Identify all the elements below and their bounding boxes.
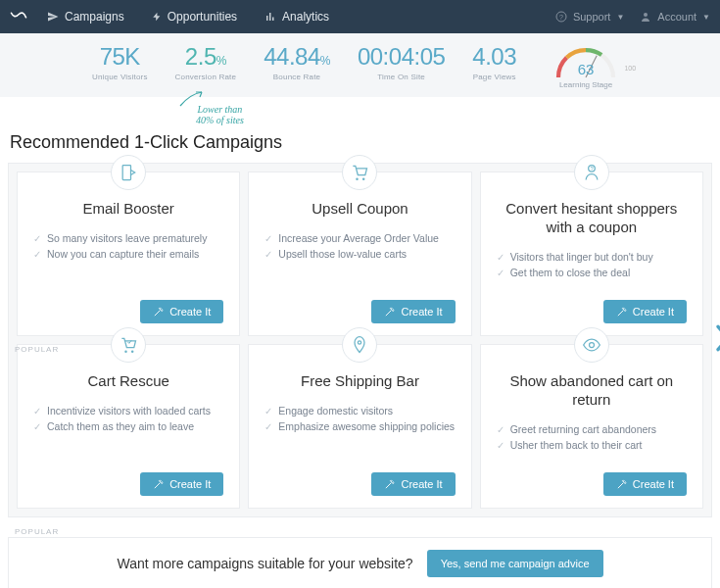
nav-campaigns[interactable]: Campaigns (33, 10, 138, 24)
question-icon: ? (555, 11, 567, 23)
wand-icon (153, 479, 164, 490)
button-label: Create It (633, 306, 674, 318)
card-bullet: Now you can capture their emails (33, 248, 223, 260)
wand-icon (153, 307, 164, 318)
section-title: Recommended 1-Click Campaigns (10, 132, 712, 153)
campaign-carousel: Email BoosterSo many visitors leave prem… (8, 163, 712, 517)
cart-icon (342, 155, 377, 190)
svg-point-5 (357, 177, 360, 180)
metric-label: Time On Site (358, 73, 445, 81)
svg-point-9 (124, 350, 127, 353)
create-it-button[interactable]: Create It (371, 472, 455, 496)
create-it-button[interactable]: Create It (140, 472, 223, 496)
metric-unit: % (320, 54, 330, 68)
card-bullet: Visitors that linger but don't buy (497, 251, 687, 263)
metric-bounce: 44.84% Bounce Rate (264, 43, 330, 89)
wand-icon (384, 307, 395, 318)
campaign-grid: Email BoosterSo many visitors leave prem… (17, 172, 703, 509)
support-menu[interactable]: ? Support ▼ (555, 11, 624, 23)
button-label: Create It (169, 478, 211, 490)
metric-value: 2.5 (185, 43, 216, 70)
button-label: Create It (633, 478, 674, 490)
gauge-value: 63 (544, 61, 628, 77)
wand-icon (616, 307, 627, 318)
card-bullets: So many visitors leave prematurelyNow yo… (33, 232, 223, 264)
card-bullet: Get them to close the deal (497, 267, 687, 278)
cta-button[interactable]: Yes, send me campaign advice (427, 550, 603, 577)
location-pin-icon (342, 327, 377, 363)
metric-label: Unique Visitors (92, 73, 148, 81)
metric-label: Bounce Rate (264, 73, 330, 81)
card-bullet: Greet returning cart abandoners (497, 423, 687, 435)
button-label: Create It (169, 306, 211, 318)
svg-point-10 (131, 350, 134, 353)
chevron-right-icon (713, 323, 720, 353)
metric-value: 4.03 (472, 43, 516, 71)
metric-gauge: 63 100 Learning Stage (544, 43, 628, 89)
eye-icon (574, 327, 609, 363)
svg-point-11 (359, 341, 361, 344)
create-it-button[interactable]: Create It (371, 300, 455, 323)
card-bullet: Catch them as they aim to leave (33, 420, 223, 432)
chevron-down-icon: ▼ (616, 13, 624, 22)
question-user-icon: ? (574, 155, 609, 190)
metric-value: 44.84 (264, 43, 320, 70)
card-bullet: So many visitors leave prematurely (33, 232, 223, 244)
card-title: Free Shipping Bar (264, 372, 455, 391)
button-label: Create It (401, 306, 442, 318)
bar-chart-icon (264, 11, 276, 23)
metric-value: 75K (92, 43, 148, 71)
account-menu[interactable]: Account ▼ (640, 11, 710, 23)
create-it-button[interactable]: Create It (140, 300, 223, 323)
metric-conversion: 2.5% Conversion Rate (175, 43, 237, 89)
send-icon (47, 11, 59, 23)
user-icon (640, 11, 651, 23)
card-bullet: Emphasize awesome shipping policies (264, 420, 455, 432)
popular-badge: POPULAR (15, 527, 59, 536)
campaign-card: ?Convert hesitant shoppers with a coupon… (480, 172, 703, 336)
chevron-down-icon: ▼ (702, 13, 710, 22)
card-bullet: Upsell those low-value carts (264, 248, 455, 260)
app-header: Campaigns Opportunities Analytics ? Supp… (0, 0, 720, 33)
cta-text: Want more campaigns suitable for your we… (117, 556, 412, 571)
header-right: ? Support ▼ Account ▼ (555, 11, 710, 23)
support-label: Support (573, 11, 611, 23)
card-bullets: Greet returning cart abandonersUsher the… (497, 423, 687, 455)
card-bullet: Engage domestic visitors (264, 405, 455, 416)
campaign-card: Email BoosterSo many visitors leave prem… (17, 172, 240, 336)
metrics-bar: 75K Unique Visitors 2.5% Conversion Rate… (0, 33, 720, 97)
main-nav: Campaigns Opportunities Analytics (33, 10, 343, 24)
metric-label: Page Views (472, 73, 516, 81)
nav-opportunities[interactable]: Opportunities (138, 10, 251, 24)
door-exit-icon (111, 155, 146, 190)
popular-badge: POPULAR (15, 345, 59, 354)
card-title: Convert hesitant shoppers with a coupon (497, 200, 687, 237)
carousel-next[interactable] (713, 323, 720, 357)
svg-rect-4 (122, 166, 130, 180)
nav-analytics[interactable]: Analytics (251, 10, 343, 24)
metric-time: 00:04:05 Time On Site (358, 43, 445, 89)
campaign-card: Free Shipping BarEngage domestic visitor… (248, 344, 471, 509)
card-bullets: Incentivize visitors with loaded cartsCa… (33, 405, 223, 436)
svg-point-2 (644, 13, 648, 17)
bottom-cta: Want more campaigns suitable for your we… (8, 537, 712, 588)
logo-icon (10, 10, 33, 24)
metric-value: 00:04:05 (358, 43, 445, 71)
metric-pageviews: 4.03 Page Views (472, 43, 516, 89)
annotation: Lower than 40% of sites (196, 104, 244, 125)
nav-label: Campaigns (65, 10, 124, 24)
create-it-button[interactable]: Create It (603, 300, 687, 323)
wand-icon (616, 479, 627, 490)
account-label: Account (657, 11, 696, 23)
card-title: Email Booster (33, 200, 223, 219)
wand-icon (384, 479, 395, 490)
campaign-card: Upsell CouponIncrease your Average Order… (248, 172, 471, 336)
card-bullets: Visitors that linger but don't buyGet th… (497, 251, 687, 282)
card-title: Upsell Coupon (264, 200, 455, 219)
svg-text:?: ? (559, 14, 563, 21)
card-title: Cart Rescue (33, 372, 223, 391)
lightning-icon (152, 11, 162, 23)
create-it-button[interactable]: Create It (603, 472, 687, 496)
card-bullet: Incentivize visitors with loaded carts (33, 405, 223, 416)
svg-point-12 (589, 343, 594, 348)
